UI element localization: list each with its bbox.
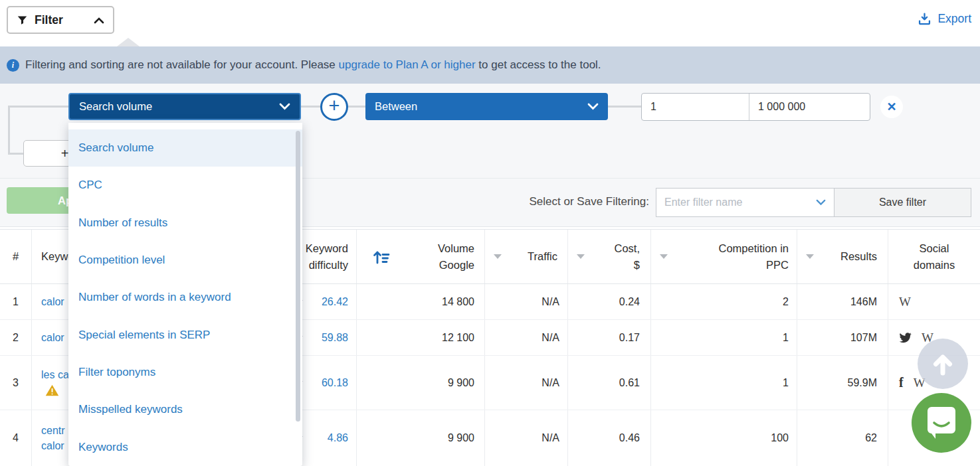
range-to-input[interactable] xyxy=(749,94,870,120)
cost-value: 0.24 xyxy=(568,284,651,319)
cost-line2: $ xyxy=(634,259,640,271)
export-label: Export xyxy=(937,12,971,26)
cost-value: 0.61 xyxy=(568,356,651,410)
filter-operator-select[interactable]: Between xyxy=(365,93,608,120)
results-value: 107M xyxy=(797,320,888,355)
col-header-cost[interactable]: Cost,$ xyxy=(568,230,651,283)
difficulty-line1: Keyword xyxy=(306,242,348,254)
chat-widget-button[interactable] xyxy=(912,393,971,453)
results-value: 146M xyxy=(797,284,888,319)
dropdown-option-search-volume[interactable]: Search volume xyxy=(68,129,302,167)
traffic-value: N/A xyxy=(485,410,568,466)
chat-bubble-icon xyxy=(926,406,957,440)
chevron-down-icon xyxy=(279,103,290,110)
difficulty-line2: difficulty xyxy=(309,259,348,271)
keyword-link[interactable]: les ca xyxy=(41,369,69,381)
chevron-down-icon[interactable] xyxy=(816,199,826,206)
traffic-value: N/A xyxy=(485,284,568,319)
difficulty-value[interactable]: 60.18 xyxy=(322,377,348,389)
option-label: Competition level xyxy=(78,254,165,267)
close-icon: ✕ xyxy=(886,100,896,114)
filter-field-select[interactable]: Search volume xyxy=(68,93,301,120)
save-filter-label: Save filter xyxy=(879,196,926,208)
upgrade-plan-link[interactable]: upgrade to Plan A or higher xyxy=(339,58,476,71)
download-icon xyxy=(918,12,931,26)
col-header-results[interactable]: Results xyxy=(797,230,888,283)
row-num: 1 xyxy=(0,284,32,319)
add-filter-button[interactable]: + xyxy=(320,93,348,121)
connector-line xyxy=(8,106,68,108)
col-header-difficulty[interactable]: Keyworddifficulty xyxy=(299,230,357,283)
remove-filter-button[interactable]: ✕ xyxy=(880,96,903,118)
dropdown-option-competition-level[interactable]: Competition level xyxy=(68,242,302,279)
option-label: Search volume xyxy=(78,141,153,155)
col-header-competition[interactable]: Competition inPPC xyxy=(651,230,797,283)
traffic-value: N/A xyxy=(485,320,568,355)
row-num: 2 xyxy=(0,320,32,355)
dropdown-option-keywords[interactable]: Keywords xyxy=(68,428,302,465)
competition-value: 1 xyxy=(651,356,797,410)
competition-line2: PPC xyxy=(766,259,789,271)
keyword-link[interactable]: calor xyxy=(41,296,64,308)
save-filtering-label: Select or Save Filtering: xyxy=(505,195,649,208)
sort-down-icon[interactable] xyxy=(494,254,502,259)
option-label: Number of words in a keyword xyxy=(78,291,231,304)
col-header-volume[interactable]: VolumeGoogle xyxy=(357,230,485,283)
results-label: Results xyxy=(840,248,877,265)
competition-value: 1 xyxy=(651,320,797,355)
banner-text-before: Filtering and sorting are not available … xyxy=(25,58,339,71)
dropdown-option-special-elements[interactable]: Special elements in SERP xyxy=(68,316,302,353)
results-value: 62 xyxy=(797,410,888,466)
plus-icon: + xyxy=(329,96,340,116)
col-header-social: Socialdomains xyxy=(888,230,980,283)
dropdown-option-filter-toponyms[interactable]: Filter toponyms xyxy=(68,354,302,391)
traffic-value: N/A xyxy=(485,356,568,410)
arrow-up-icon xyxy=(928,349,957,378)
sort-down-icon[interactable] xyxy=(577,254,585,259)
sort-down-icon[interactable] xyxy=(806,254,814,259)
traffic-label: Traffic xyxy=(528,248,557,265)
filter-toggle-button[interactable]: Filter xyxy=(7,6,114,34)
sort-ascending-icon[interactable] xyxy=(371,248,391,266)
difficulty-value[interactable]: 59.88 xyxy=(322,332,348,344)
banner-text: Filtering and sorting are not available … xyxy=(25,58,601,72)
volume-value: 12 100 xyxy=(357,320,485,355)
wikipedia-icon: W xyxy=(899,295,911,309)
keyword-link[interactable]: calor xyxy=(41,440,64,452)
chevron-up-icon xyxy=(94,17,104,24)
competition-value: 100 xyxy=(651,410,797,466)
connector-line xyxy=(8,153,23,155)
cost-value: 0.46 xyxy=(568,410,651,466)
col-header-traffic[interactable]: Traffic xyxy=(485,230,568,283)
cost-value: 0.17 xyxy=(568,320,651,355)
social-line1: Social xyxy=(920,242,949,254)
funnel-icon xyxy=(17,15,28,26)
warning-icon xyxy=(45,384,59,396)
save-filter-button[interactable]: Save filter xyxy=(834,188,971,217)
volume-line1: Volume xyxy=(438,242,474,254)
filter-range-inputs xyxy=(641,93,870,121)
keyword-link[interactable]: calor xyxy=(41,332,64,344)
filter-field-selected: Search volume xyxy=(79,100,152,113)
dropdown-option-cpc[interactable]: CPC xyxy=(68,167,302,204)
difficulty-value[interactable]: 4.86 xyxy=(328,432,348,444)
twitter-icon xyxy=(899,333,912,343)
scroll-to-top-button[interactable] xyxy=(918,339,968,389)
export-button[interactable]: Export xyxy=(918,12,971,26)
chevron-down-icon xyxy=(587,103,599,110)
range-from-input[interactable] xyxy=(642,94,749,120)
row-num: 4 xyxy=(0,410,32,466)
results-value: 59.9M xyxy=(797,356,888,410)
filter-name-input[interactable] xyxy=(656,196,816,208)
option-label: Keywords xyxy=(78,441,128,454)
filter-field-dropdown-menu: Search volume CPC Number of results Comp… xyxy=(68,123,302,466)
filter-operator-selected: Between xyxy=(375,100,417,113)
difficulty-value[interactable]: 26.42 xyxy=(322,296,348,308)
dropdown-option-number-of-results[interactable]: Number of results xyxy=(68,204,302,242)
dropdown-option-misspelled-keywords[interactable]: Misspelled keywords xyxy=(68,391,302,428)
dropdown-scrollbar[interactable] xyxy=(296,131,300,422)
keyword-link[interactable]: centr xyxy=(41,425,65,437)
sort-down-icon[interactable] xyxy=(660,254,668,259)
banner-text-after: to get access to the tool. xyxy=(476,58,601,71)
dropdown-option-words-in-keyword[interactable]: Number of words in a keyword xyxy=(68,279,302,316)
